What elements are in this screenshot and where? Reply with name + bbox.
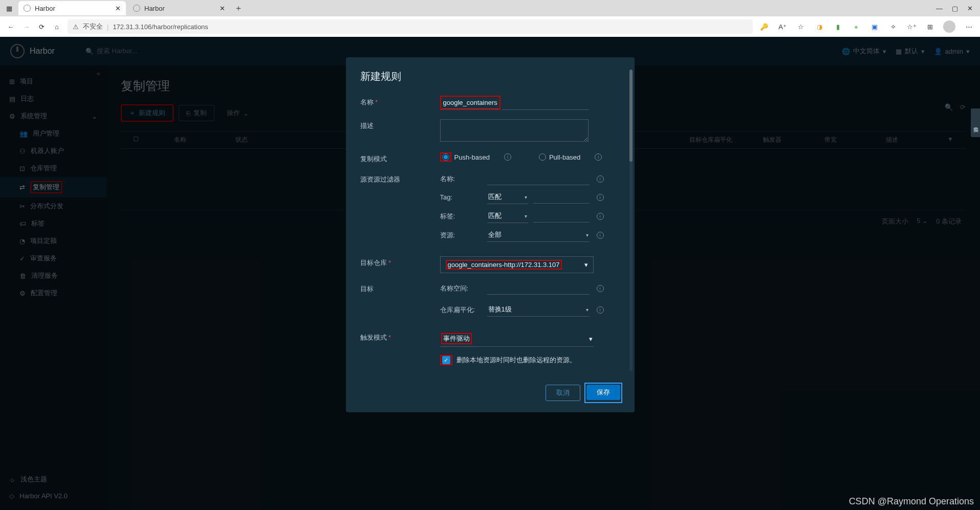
delete-remote-label: 删除本地资源时同时也删除远程的资源。 xyxy=(456,356,576,365)
close-icon[interactable]: ✕ xyxy=(115,5,121,12)
desc-textarea[interactable] xyxy=(440,119,589,142)
flt-label-label: 标签: xyxy=(440,212,482,221)
new-rule-modal: 新建规则 名称 描述 复制模式 xyxy=(346,57,635,412)
browser-tab-2[interactable]: Harbor ✕ xyxy=(128,1,230,15)
more-icon[interactable]: ⋯ xyxy=(964,21,974,32)
trigger-select[interactable]: 事件驱动 ▾ xyxy=(440,331,594,347)
refresh-button[interactable]: ⟳ xyxy=(37,23,46,31)
filter-label: 源资源过滤器 xyxy=(360,173,432,184)
tab-title: Harbor xyxy=(35,5,55,12)
mode-label: 复制模式 xyxy=(360,152,432,164)
profile-avatar[interactable] xyxy=(943,20,955,33)
window-minimize-button[interactable]: — xyxy=(936,5,943,12)
new-tab-button[interactable]: ＋ xyxy=(234,3,243,14)
tab-title: Harbor xyxy=(144,5,165,12)
info-icon[interactable]: i xyxy=(595,153,602,161)
forward-button[interactable]: → xyxy=(21,23,31,31)
text-icon[interactable]: A⁺ xyxy=(777,21,788,32)
ext3-icon[interactable]: ● xyxy=(851,21,861,32)
chevron-down-icon: ▾ xyxy=(589,335,593,343)
flat-label: 仓库扁平化: xyxy=(440,305,482,315)
close-icon[interactable]: ✕ xyxy=(220,5,225,12)
flt-label-input[interactable] xyxy=(533,210,590,223)
flat-select[interactable]: 替换1级▾ xyxy=(487,303,590,317)
browser-tab-1[interactable]: Harbor ✕ xyxy=(18,1,126,15)
modal-title: 新建规则 xyxy=(360,70,635,83)
flt-tag-input[interactable] xyxy=(533,191,590,204)
favicon-icon xyxy=(133,5,140,12)
ns-label: 名称空间: xyxy=(440,284,482,293)
app-icon[interactable]: ⊞ xyxy=(925,21,935,32)
flt-name-label: 名称: xyxy=(440,174,482,184)
info-icon[interactable]: i xyxy=(597,232,604,239)
modal-scrollbar[interactable] xyxy=(629,70,633,371)
save-button[interactable]: 保存 xyxy=(586,385,620,400)
push-radio[interactable] xyxy=(442,153,449,161)
flt-res-select[interactable]: 全部▾ xyxy=(487,228,590,242)
flt-tag-match-select[interactable]: 匹配▾ xyxy=(487,190,528,204)
flt-tag-label: Tag: xyxy=(440,193,482,201)
dst-label: 目标 xyxy=(360,282,432,294)
delete-remote-checkbox[interactable]: ✓ xyxy=(442,356,450,364)
tab-list-icon[interactable]: ▦ xyxy=(2,1,16,15)
ns-input[interactable] xyxy=(487,282,590,295)
info-icon[interactable]: i xyxy=(597,285,604,292)
collections-icon[interactable]: ☆⁺ xyxy=(906,21,917,32)
back-button[interactable]: ← xyxy=(6,23,15,31)
info-icon[interactable]: i xyxy=(597,175,604,183)
name-label: 名称 xyxy=(360,96,432,107)
flt-label-match-select[interactable]: 匹配▾ xyxy=(487,209,528,223)
dst-repo-label: 目标仓库 xyxy=(360,256,432,268)
browser-tab-strip: ▦ Harbor ✕ Harbor ✕ ＋ — ▢ ✕ xyxy=(0,0,980,16)
insecure-icon: ⚠ xyxy=(73,23,79,31)
cancel-button[interactable]: 取消 xyxy=(546,385,580,401)
favicon-icon xyxy=(24,5,31,12)
info-icon[interactable]: i xyxy=(597,306,604,314)
pull-radio[interactable]: Pull-based xyxy=(539,153,580,161)
extensions-icon[interactable]: ✧ xyxy=(888,21,898,32)
name-input[interactable] xyxy=(442,97,498,109)
browser-address-bar: ← → ⟳ ⌂ ⚠ 不安全 | 172.31.3.106/harbor/repl… xyxy=(0,16,980,37)
chevron-down-icon: ▾ xyxy=(584,261,588,269)
push-label: Push-based xyxy=(454,153,490,161)
favorite-icon[interactable]: ☆ xyxy=(796,21,806,32)
desc-label: 描述 xyxy=(360,119,432,130)
home-button[interactable]: ⌂ xyxy=(52,23,61,31)
ext1-icon[interactable]: ◑ xyxy=(814,21,824,32)
dst-repo-select[interactable]: google_containers-http://172.31.3.107 ▾ xyxy=(440,256,594,273)
window-maximize-button[interactable]: ▢ xyxy=(952,5,958,12)
ext2-icon[interactable]: ▮ xyxy=(833,21,843,32)
flt-res-label: 资源: xyxy=(440,231,482,240)
url-input[interactable]: ⚠ 不安全 | 172.31.3.106/harbor/replications xyxy=(68,19,753,34)
url-text: 172.31.3.106/harbor/replications xyxy=(113,23,208,31)
translate-icon[interactable]: ▣ xyxy=(869,21,880,32)
insecure-label: 不安全 xyxy=(83,22,103,31)
trigger-label: 触发模式 xyxy=(360,331,432,342)
reader-icon[interactable]: 🔑 xyxy=(759,21,769,32)
info-icon[interactable]: i xyxy=(597,194,604,201)
info-icon[interactable]: i xyxy=(504,153,511,161)
info-icon[interactable]: i xyxy=(597,213,604,220)
window-close-button[interactable]: ✕ xyxy=(967,5,973,12)
flt-name-input[interactable] xyxy=(487,173,590,185)
